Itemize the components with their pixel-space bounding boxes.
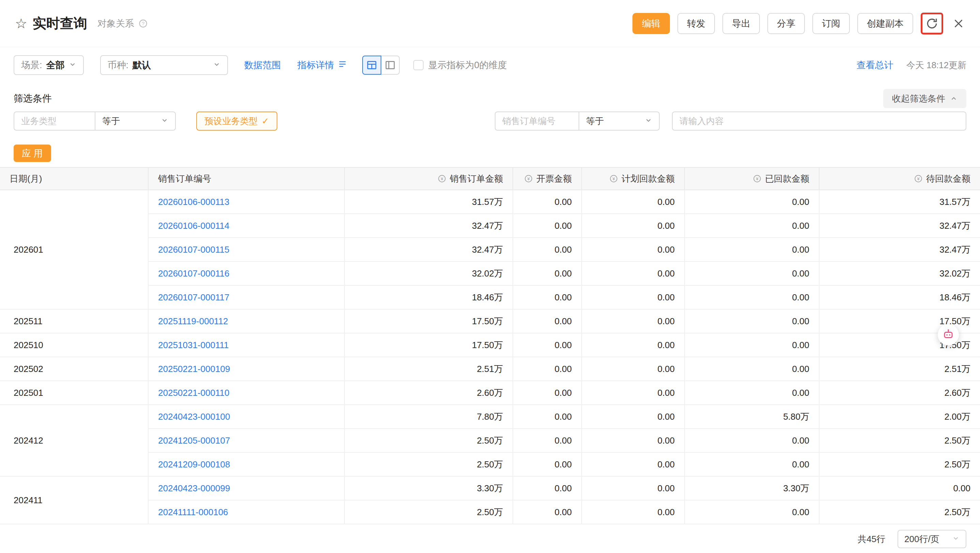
- zero-dimension-checkbox-row: 显示指标为0的维度: [413, 59, 507, 71]
- order-number-link[interactable]: 20260106-000114: [158, 221, 229, 231]
- export-button[interactable]: 导出: [722, 13, 760, 34]
- amount-cell: 0.00: [582, 261, 684, 285]
- column-header-2[interactable]: 销售订单编号: [148, 167, 345, 190]
- edit-button[interactable]: 编辑: [632, 13, 670, 34]
- amount-cell: 2.51万: [345, 357, 513, 381]
- amount-cell: 18.46万: [345, 285, 513, 309]
- column-header-label: 开票金额: [536, 173, 572, 185]
- view-total-link[interactable]: 查看总计: [857, 59, 893, 71]
- help-icon[interactable]: ?: [138, 19, 148, 28]
- column-header-label: 待回款金额: [926, 173, 970, 185]
- chevron-down-icon: [645, 116, 652, 126]
- operator-value: 等于: [102, 115, 120, 127]
- share-button[interactable]: 分享: [767, 13, 805, 34]
- business-type-operator-select[interactable]: 等于: [95, 112, 176, 131]
- column-header-label: 日期(月): [10, 173, 42, 185]
- amount-cell: 0.00: [513, 500, 582, 524]
- duplicate-button[interactable]: 创建副本: [858, 13, 913, 34]
- amount-cell: 32.02万: [819, 261, 980, 285]
- amount-cell: 0.00: [582, 500, 684, 524]
- filter-section-header: 筛选条件 收起筛选条件: [0, 89, 980, 108]
- table-view-toggle[interactable]: [362, 56, 381, 75]
- check-icon: ✓: [262, 116, 269, 126]
- amount-cell: 0.00: [582, 453, 684, 476]
- amount-cell: 31.57万: [345, 190, 513, 214]
- apply-row: 应 用: [0, 145, 980, 162]
- svg-text:¥: ¥: [440, 176, 443, 182]
- order-number-link[interactable]: 20251031-000111: [158, 340, 229, 350]
- object-relation-label: 对象关系: [97, 18, 134, 30]
- column-header-label: 销售订单编号: [158, 173, 211, 185]
- filter-value-input[interactable]: [672, 112, 966, 131]
- amount-cell: 32.02万: [345, 261, 513, 285]
- order-number-link[interactable]: 20260107-000116: [158, 268, 229, 279]
- amount-cell: 0.00: [582, 476, 684, 500]
- svg-text:¥: ¥: [612, 176, 615, 182]
- assistant-robot-button[interactable]: [938, 324, 959, 345]
- card-view-toggle[interactable]: [380, 56, 400, 75]
- order-number-link[interactable]: 20240423-000100: [158, 411, 230, 422]
- collapse-filters-label: 收起筛选条件: [892, 93, 945, 105]
- amount-cell: 0.00: [513, 429, 582, 453]
- order-number-link[interactable]: 20251119-000112: [158, 316, 228, 326]
- amount-cell: 0.00: [513, 453, 582, 476]
- order-number-cell: 20240423-000099: [148, 476, 345, 500]
- order-number-link[interactable]: 20240423-000099: [158, 483, 230, 493]
- amount-cell: 7.80万: [345, 405, 513, 429]
- table-row: 20250120250221-0001102.60万0.000.000.002.…: [0, 381, 980, 405]
- amount-cell: 0.00: [513, 381, 582, 405]
- zero-dimension-checkbox[interactable]: [413, 60, 423, 70]
- order-number-operator-select[interactable]: 等于: [579, 112, 660, 131]
- amount-cell: 32.47万: [819, 214, 980, 237]
- metric-icon: ¥: [914, 174, 923, 183]
- page-size-select[interactable]: 200行/页: [897, 530, 966, 548]
- column-header-6[interactable]: ¥已回款金额: [684, 167, 819, 190]
- column-header-7[interactable]: ¥待回款金额: [819, 167, 980, 190]
- scene-value: 全部: [46, 59, 65, 71]
- list-icon: [338, 59, 347, 71]
- amount-cell: 0.00: [513, 357, 582, 381]
- refresh-icon[interactable]: [926, 18, 938, 30]
- column-header-5[interactable]: ¥计划回款金额: [582, 167, 684, 190]
- column-header-3[interactable]: ¥销售订单金额: [345, 167, 513, 190]
- order-number-link[interactable]: 20250221-000109: [158, 364, 230, 374]
- order-number-link[interactable]: 20260106-000113: [158, 197, 229, 207]
- order-number-link[interactable]: 20241111-000106: [158, 507, 228, 517]
- order-number-link[interactable]: 20250221-000110: [158, 388, 229, 398]
- amount-cell: 0.00: [513, 405, 582, 429]
- order-filter-group: 等于: [495, 112, 966, 131]
- robot-icon: [942, 328, 955, 342]
- amount-cell: 0.00: [684, 381, 819, 405]
- amount-cell: 0.00: [582, 357, 684, 381]
- amount-cell: 0.00: [819, 476, 980, 500]
- preset-business-type-tag[interactable]: 预设业务类型 ✓: [196, 112, 277, 131]
- column-header-1[interactable]: 日期(月): [0, 167, 148, 190]
- business-type-input[interactable]: [14, 112, 95, 131]
- order-number-link[interactable]: 20241205-000107: [158, 435, 230, 446]
- collapse-filters-button[interactable]: 收起筛选条件: [883, 89, 966, 108]
- amount-cell: 0.00: [513, 476, 582, 500]
- column-header-4[interactable]: ¥开票金额: [513, 167, 582, 190]
- toolbar: 场景: 全部 币种: 默认 数据范围 指标详情 显示指标为0的维度 查看总计 今…: [0, 55, 980, 75]
- header-actions: 编辑 转发 导出 分享 订阅 创建副本: [632, 13, 965, 34]
- currency-select[interactable]: 币种: 默认: [100, 55, 228, 75]
- table-row: 20251120251119-00011217.50万0.000.000.001…: [0, 309, 980, 333]
- favorite-star-icon[interactable]: ☆: [15, 16, 27, 31]
- month-cell: 202411: [0, 476, 148, 524]
- filter-section-title: 筛选条件: [14, 92, 52, 105]
- order-number-link[interactable]: 20260107-000117: [158, 292, 229, 303]
- subscribe-button[interactable]: 订阅: [812, 13, 850, 34]
- amount-cell: 2.50万: [819, 500, 980, 524]
- scene-select[interactable]: 场景: 全部: [14, 55, 84, 75]
- amount-cell: 0.00: [684, 357, 819, 381]
- metric-detail-link[interactable]: 指标详情: [298, 59, 347, 71]
- apply-button[interactable]: 应 用: [14, 145, 51, 162]
- forward-button[interactable]: 转发: [678, 13, 715, 34]
- order-number-input[interactable]: [495, 112, 579, 131]
- data-range-link[interactable]: 数据范围: [244, 59, 281, 71]
- order-number-link[interactable]: 20241209-000108: [158, 459, 230, 470]
- amount-cell: 2.51万: [819, 357, 980, 381]
- amount-cell: 0.00: [513, 261, 582, 285]
- close-icon[interactable]: [952, 17, 965, 30]
- order-number-link[interactable]: 20260107-000115: [158, 244, 229, 255]
